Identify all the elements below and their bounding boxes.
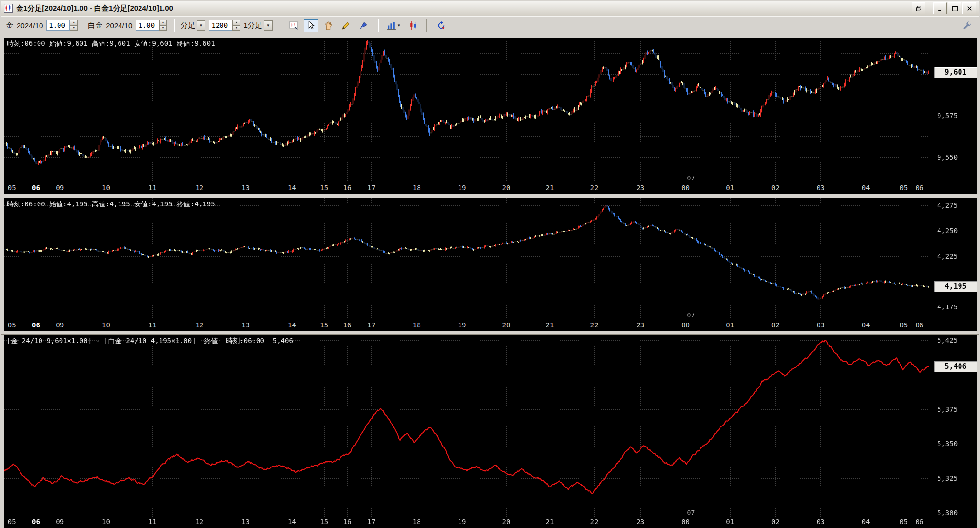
price-tick-label: 5,375 [937,406,978,413]
time-tick-label: 21 [544,321,555,329]
price-tick-label: 5,350 [937,440,978,447]
panel-divider[interactable] [1,331,979,335]
time-tick-label: 23 [635,184,646,192]
time-tick-label: 21 [544,518,555,526]
price-tick-label: 5,425 [937,336,978,344]
gold-chart-panel: 時刻:06:00 始値:9,601 高値:9,601 安値:9,601 終値:9… [4,38,977,194]
draw-pen-button[interactable] [357,19,371,32]
time-tick-label: 20 [501,184,512,192]
platinum-chart-canvas[interactable] [4,198,929,319]
time-tick-label: 23 [635,518,646,526]
spread-chart-panel: [金 24/10 9,601×1.00] - [白金 24/10 4,195×1… [4,335,977,528]
refresh-button[interactable] [434,19,448,32]
cursor-tool-button[interactable] [304,19,318,32]
time-tick-label: 02 [770,321,780,329]
pan-tool-button[interactable] [321,19,336,32]
time-tick-label: 01 [725,321,736,329]
toolbar-separator [173,19,175,32]
time-tick-label: 14 [286,518,297,526]
interval-type-dropdown-arrow[interactable]: ▼ [197,20,205,31]
chart-type-button[interactable]: ▼ [384,19,403,32]
time-tick-label: 04 [860,184,871,192]
time-tick-label: 09 [55,518,65,526]
time-tick-label: 12 [194,321,205,329]
platinum-multiplier-input[interactable] [136,20,159,31]
time-tick-label: 05 [899,518,909,526]
time-tick-label: 03 [815,184,826,192]
time-tick-label: 12 [194,184,205,192]
time-tick-label: 19 [457,321,467,329]
platinum-multiplier-up-button[interactable]: ▲ [159,20,167,25]
toolbar: 金 2024/10 ▲ ▼ 白金 2024/10 ▲ ▼ 分足 ▼ ▲ [1,16,979,35]
price-tick-label: 4,250 [937,227,978,235]
cursor-icon [306,20,316,31]
bar-count-spinner: ▲ ▼ [209,20,240,31]
time-tick-label: 20 [501,321,512,329]
spread-chart-canvas[interactable] [4,335,929,517]
application-screenshot: 金1分足[2024/10]1.00 - 白金1分足[2024/10]1.00 [0,0,980,528]
time-tick-label: 18 [411,518,422,526]
minimize-button[interactable] [933,2,947,14]
gold-multiplier-down-button[interactable]: ▼ [70,25,78,31]
spread-time-axis: 0506091011121314151617181920212223000102… [4,516,933,528]
time-tick-label: 05 [6,321,17,329]
interval-type-dropdown[interactable]: 分足 ▼ [180,20,205,31]
time-tick-label: 06 [30,321,41,329]
spread-chart-info: [金 24/10 9,601×1.00] - [白金 24/10 4,195×1… [7,337,293,345]
time-tick-label: 17 [366,184,377,192]
platinum-chart-panel: 時刻:06:00 始値:4,195 高値:4,195 安値:4,195 終値:4… [4,198,977,331]
compare-chart-button[interactable] [406,19,420,32]
gold-chart-canvas[interactable] [4,38,929,182]
settings-button[interactable] [960,19,974,32]
gold-chart-info: 時刻:06:00 始値:9,601 高値:9,601 安値:9,601 終値:9… [7,40,215,48]
settings-wrench-icon [962,20,972,31]
timeframe-dropdown[interactable]: 1分足 ▼ [243,20,272,31]
chart-mode-button[interactable] [286,19,300,32]
price-tick-label: 5,325 [937,474,978,482]
time-tick-label: 10 [100,184,111,192]
gold-multiplier-input[interactable] [46,20,70,31]
time-tick-label: 06 [914,184,925,192]
time-tick-label: 09 [55,184,65,192]
time-tick-label: 06 [914,518,925,526]
time-tick-label: 17 [366,321,377,329]
time-tick-label: 10 [100,321,111,329]
close-button[interactable] [962,2,976,14]
time-tick-label: 04 [860,518,871,526]
time-tick-label: 06 [30,518,41,526]
price-tick-label: 4,175 [937,303,978,311]
time-tick-label: 13 [240,321,251,329]
gold-multiplier-spinner: ▲ ▼ [46,20,78,31]
time-tick-label: 03 [815,321,826,329]
toolbar-separator [426,19,428,32]
toolbar-separator [377,19,379,32]
time-tick-label: 22 [589,321,600,329]
time-tick-label: 01 [725,184,736,192]
gold-multiplier-up-button[interactable]: ▲ [70,20,78,25]
bar-count-input[interactable] [209,20,232,31]
window-controls [912,2,976,14]
gold-time-axis: 0506091011121314151617181920212223000102… [4,183,933,194]
time-tick-label: 23 [635,321,646,329]
price-tick-label: 4,225 [937,252,978,260]
time-tick-label: 14 [286,184,297,192]
time-tick-label: 11 [147,184,158,192]
bar-count-down-button[interactable]: ▼ [232,25,240,31]
platinum-multiplier-spinner: ▲ ▼ [136,20,167,31]
platinum-time-axis: 0506091011121314151617181920212223000102… [4,320,933,331]
bar-chart-icon [386,20,397,31]
timeframe-dropdown-arrow[interactable]: ▼ [264,20,273,31]
maximize-button[interactable] [948,2,961,14]
panel-divider[interactable] [1,194,979,198]
restore-window-button[interactable] [912,2,925,14]
time-tick-label: 20 [501,518,512,526]
price-tick-label: 4,275 [937,202,978,209]
draw-line-button[interactable] [339,19,353,32]
time-tick-label: 22 [589,184,600,192]
title-bar[interactable]: 金1分足[2024/10]1.00 - 白金1分足[2024/10]1.00 [1,1,979,16]
bar-count-up-button[interactable]: ▲ [232,20,240,25]
platinum-multiplier-down-button[interactable]: ▼ [159,25,167,31]
candle-compare-icon [408,20,419,31]
window-title: 金1分足[2024/10]1.00 - 白金1分足[2024/10]1.00 [16,4,173,13]
time-tick-label: 14 [286,321,297,329]
